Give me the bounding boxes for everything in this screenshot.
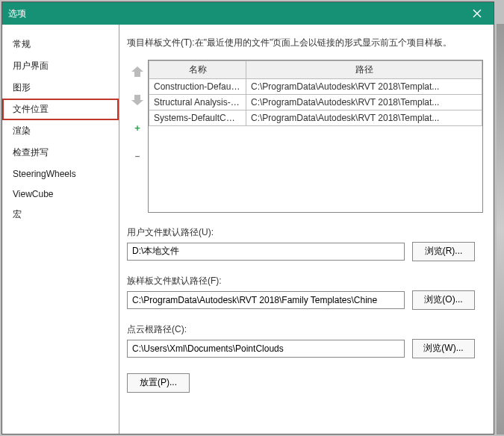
background-strip: [497, 24, 504, 435]
col-header-name[interactable]: 名称: [149, 60, 246, 78]
sidebar-item-label: 渲染: [13, 125, 31, 136]
user-path-label: 用户文件默认路径(U):: [127, 226, 483, 239]
family-path-label: 族样板文件默认路径(F):: [127, 275, 483, 287]
content-panel: 项目样板文件(T):在"最近使用的文件"页面上会以链接的形式显示前五个项目样板。…: [119, 25, 494, 434]
options-dialog: 选项 常规 用户界面 图形 文件位置 渲染 检查拼写 SteeringWheel…: [1, 1, 494, 435]
sidebar-item-general[interactable]: 常规: [2, 34, 119, 55]
minus-icon: －: [133, 150, 142, 163]
col-header-path[interactable]: 路径: [246, 60, 482, 78]
add-template-button[interactable]: ＋: [128, 119, 146, 137]
sidebar-item-label: 宏: [13, 209, 22, 219]
sidebar-item-label: 图形: [13, 82, 31, 93]
user-path-browse-button[interactable]: 浏览(R)...: [412, 242, 475, 261]
sidebar-item-macros[interactable]: 宏: [2, 204, 119, 225]
cell-name: Structural Analysis-D...: [149, 94, 246, 110]
place-button[interactable]: 放置(P)...: [127, 373, 190, 393]
dialog-body: 常规 用户界面 图形 文件位置 渲染 检查拼写 SteeringWheels V…: [2, 25, 494, 434]
sidebar-item-label: 常规: [13, 39, 31, 49]
sidebar-item-file-locations[interactable]: 文件位置: [2, 99, 119, 120]
user-path-input[interactable]: [127, 243, 405, 261]
pointcloud-path-group: 点云根路径(C): 浏览(W)...: [127, 323, 483, 358]
close-icon: [473, 9, 482, 18]
sidebar-item-label: ViewCube: [13, 189, 53, 199]
window-title: 选项: [8, 7, 26, 20]
sidebar-item-graphics[interactable]: 图形: [2, 77, 119, 99]
sidebar-item-label: 文件位置: [13, 104, 49, 114]
family-path-browse-button[interactable]: 浏览(O)...: [412, 290, 475, 310]
user-path-group: 用户文件默认路径(U): 浏览(R)...: [127, 226, 483, 261]
sidebar: 常规 用户界面 图形 文件位置 渲染 检查拼写 SteeringWheels V…: [2, 25, 119, 434]
move-up-icon: [131, 65, 144, 78]
move-up-button[interactable]: [128, 63, 146, 81]
cell-path: C:\ProgramData\Autodesk\RVT 2018\Templat…: [246, 110, 482, 125]
sidebar-item-rendering[interactable]: 渲染: [2, 120, 119, 142]
sidebar-item-label: SteeringWheels: [13, 169, 76, 179]
pointcloud-path-label: 点云根路径(C):: [127, 323, 483, 336]
sidebar-item-spellcheck[interactable]: 检查拼写: [2, 142, 119, 164]
template-description: 项目样板文件(T):在"最近使用的文件"页面上会以链接的形式显示前五个项目样板。: [127, 37, 483, 49]
cell-name: Systems-DefaultCHS...: [149, 110, 246, 125]
remove-template-button[interactable]: －: [128, 148, 146, 166]
titlebar: 选项: [2, 2, 494, 25]
move-down-button[interactable]: [128, 91, 146, 109]
family-path-input[interactable]: [127, 291, 405, 309]
table-row[interactable]: Systems-DefaultCHS... C:\ProgramData\Aut…: [149, 110, 482, 125]
template-tools: ＋ －: [127, 60, 148, 213]
table-row[interactable]: Structural Analysis-D... C:\ProgramData\…: [149, 94, 482, 110]
template-section: ＋ － 名称 路径 Construction-Defaul: [127, 60, 483, 213]
sidebar-item-label: 检查拼写: [13, 147, 49, 158]
sidebar-item-label: 用户界面: [13, 60, 49, 71]
plus-icon: ＋: [133, 122, 142, 134]
pointcloud-path-browse-button[interactable]: 浏览(W)...: [412, 339, 475, 358]
family-path-group: 族样板文件默认路径(F): 浏览(O)...: [127, 275, 483, 310]
cell-path: C:\ProgramData\Autodesk\RVT 2018\Templat…: [246, 94, 482, 110]
template-table[interactable]: 名称 路径 Construction-Default... C:\Program…: [148, 60, 483, 213]
move-down-icon: [131, 93, 144, 107]
cell-name: Construction-Default...: [149, 78, 246, 94]
close-button[interactable]: [461, 2, 494, 25]
sidebar-item-ui[interactable]: 用户界面: [2, 55, 119, 77]
table-row[interactable]: Construction-Default... C:\ProgramData\A…: [149, 78, 482, 94]
cell-path: C:\ProgramData\Autodesk\RVT 2018\Templat…: [246, 78, 482, 94]
sidebar-item-steeringwheels[interactable]: SteeringWheels: [2, 164, 119, 184]
pointcloud-path-input[interactable]: [127, 340, 405, 358]
sidebar-item-viewcube[interactable]: ViewCube: [2, 184, 119, 204]
